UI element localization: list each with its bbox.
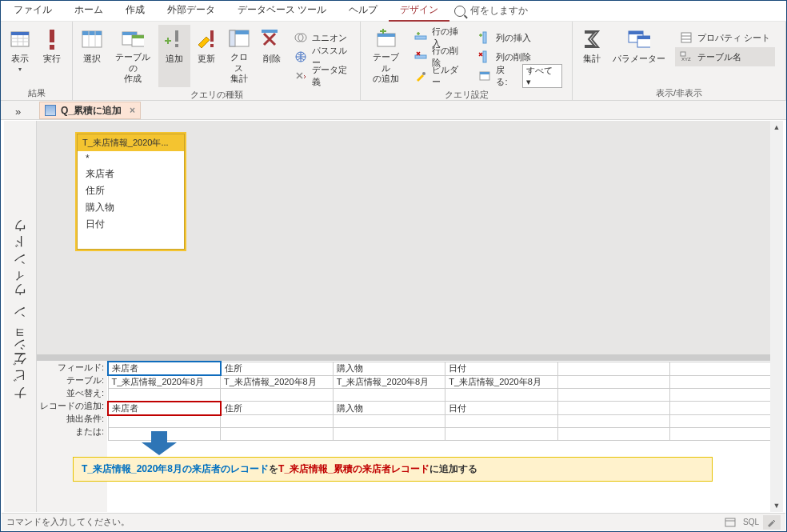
- deleterow-icon: [414, 50, 427, 63]
- menu-ファイル[interactable]: ファイル: [2, 0, 63, 22]
- field-item[interactable]: 住所: [78, 182, 184, 199]
- scroll-down-icon[interactable]: ▼: [770, 499, 783, 512]
- params-icon: [628, 28, 650, 50]
- grid-cell[interactable]: 日付: [445, 362, 558, 375]
- field-item[interactable]: *: [78, 151, 184, 166]
- return-select[interactable]: すべて ▾: [522, 64, 562, 88]
- view-button[interactable]: 表示 ▾: [4, 25, 36, 87]
- ribbon-group-querytype: 選択 テーブルの 作成 追加 更新 クロス 集計 削除 ユニオン パススルー デ…: [73, 22, 361, 100]
- close-icon[interactable]: ×: [130, 105, 135, 116]
- vertical-scrollbar[interactable]: ▲▼: [770, 121, 783, 512]
- row-header: テーブル:: [37, 374, 107, 386]
- svg-rect-43: [637, 36, 650, 39]
- run-button[interactable]: 実行: [36, 25, 68, 87]
- grid-cell[interactable]: [333, 389, 445, 402]
- update-button[interactable]: 更新: [190, 25, 222, 87]
- menu-デザイン[interactable]: デザイン: [389, 0, 449, 22]
- grid-cell[interactable]: [557, 389, 670, 402]
- showtable-button[interactable]: テーブル の追加: [364, 25, 408, 87]
- grid-cell[interactable]: [445, 389, 558, 402]
- grid-cell[interactable]: [670, 415, 783, 428]
- navigation-pane-collapsed[interactable]: ナビゲーション ウィンドウ: [4, 121, 37, 512]
- query-tab[interactable]: Q_累積に追加 ×: [39, 102, 141, 119]
- propertysheet-button[interactable]: プロパティ シート: [675, 28, 775, 47]
- grid-cell[interactable]: T_来店情報_2020年8月: [221, 375, 334, 389]
- search-icon: [454, 6, 465, 17]
- dropdown-icon: ▾: [18, 66, 22, 73]
- grid-cell[interactable]: 住所: [221, 362, 334, 375]
- datasheet-icon: [9, 28, 31, 50]
- expand-navpane-icon[interactable]: »: [15, 106, 21, 118]
- grid-cell[interactable]: [670, 402, 783, 415]
- insertcol-icon: [478, 31, 491, 44]
- grid-cell[interactable]: 日付: [445, 402, 558, 415]
- scroll-up-icon[interactable]: ▲: [770, 121, 783, 134]
- field-item[interactable]: 購入物: [78, 199, 184, 216]
- grid-cell[interactable]: 来店者: [108, 362, 221, 375]
- maketable-button[interactable]: テーブルの 作成: [108, 25, 158, 87]
- select-query-button[interactable]: 選択: [76, 25, 108, 87]
- query-icon: [45, 105, 56, 116]
- grid-cell[interactable]: 購入物: [333, 362, 445, 375]
- row-header: フィールド:: [37, 361, 107, 374]
- insertcol-button[interactable]: 列の挿入: [473, 28, 567, 47]
- return-button[interactable]: 戻る:すべて ▾: [473, 66, 567, 86]
- tablenames-button[interactable]: XYZテーブル名: [675, 47, 775, 66]
- view-datasheet-icon[interactable]: [721, 515, 739, 530]
- grid-cell[interactable]: [557, 415, 670, 428]
- datadef-button[interactable]: データ定義: [290, 66, 355, 86]
- field-item[interactable]: 来店者: [78, 166, 184, 182]
- showtable-icon: [375, 28, 397, 49]
- status-bar: コマンドを入力してください。 SQL: [2, 513, 785, 530]
- view-design-icon[interactable]: [763, 515, 781, 530]
- grid-cell[interactable]: [557, 375, 670, 389]
- menu-ホーム[interactable]: ホーム: [63, 0, 114, 22]
- grid-cell[interactable]: 購入物: [333, 402, 445, 415]
- grid-cell[interactable]: [221, 415, 334, 428]
- grid-cell[interactable]: [670, 428, 783, 441]
- grid-cell[interactable]: [670, 362, 783, 375]
- parameters-button[interactable]: パラメーター: [608, 25, 670, 87]
- grid-cell[interactable]: [108, 389, 221, 402]
- table-source-box[interactable]: T_来店情報_2020年... *来店者住所購入物日付: [77, 134, 185, 250]
- svg-rect-24: [230, 30, 235, 46]
- search-placeholder: 何をしますか: [470, 4, 528, 18]
- grid-cell[interactable]: [445, 428, 558, 441]
- grid-cell[interactable]: 来店者: [108, 402, 221, 415]
- grid-cell[interactable]: [108, 415, 221, 428]
- grid-cell[interactable]: [445, 415, 558, 428]
- menu-ヘルプ[interactable]: ヘルプ: [338, 0, 389, 22]
- view-sql-button[interactable]: SQL: [742, 515, 760, 530]
- grid-cell[interactable]: [670, 389, 783, 402]
- grid-cell[interactable]: [221, 389, 334, 402]
- svg-rect-30: [378, 34, 395, 37]
- grid-cell[interactable]: [557, 402, 670, 415]
- field-item[interactable]: 日付: [78, 216, 184, 233]
- grid-cell[interactable]: T_来店情報_2020年8月: [108, 375, 221, 389]
- delete-button[interactable]: 削除: [256, 25, 288, 87]
- menu-作成[interactable]: 作成: [114, 0, 156, 22]
- grid-cell[interactable]: [557, 428, 670, 441]
- menu-データベース ツール[interactable]: データベース ツール: [226, 0, 338, 22]
- grid-cell[interactable]: T_来店情報_2020年8月: [445, 375, 558, 389]
- svg-rect-41: [629, 31, 643, 34]
- grid-cell[interactable]: [670, 375, 783, 389]
- svg-rect-9: [82, 31, 102, 35]
- grid-cell[interactable]: 住所: [221, 402, 334, 415]
- grid-cell[interactable]: [221, 428, 334, 441]
- grid-cell[interactable]: [557, 362, 670, 375]
- svg-rect-1: [11, 32, 29, 35]
- tell-me-search[interactable]: 何をしますか: [454, 4, 528, 18]
- grid-cell[interactable]: [333, 428, 445, 441]
- ribbon-group-querysetup: テーブル の追加 行の挿入 行の削除 ビルダー 列の挿入 列の削除 戻る:すべて…: [361, 22, 573, 100]
- grid-cell[interactable]: [333, 415, 445, 428]
- totals-button[interactable]: 集計: [576, 25, 608, 87]
- menu-外部データ[interactable]: 外部データ: [156, 0, 226, 22]
- append-icon: [163, 28, 186, 50]
- append-button[interactable]: 追加: [158, 25, 190, 87]
- grid-cell[interactable]: T_来店情報_2020年8月: [333, 375, 445, 389]
- builder-button[interactable]: ビルダー: [409, 66, 470, 86]
- table-diagram-area[interactable]: T_来店情報_2020年... *来店者住所購入物日付: [37, 121, 783, 361]
- crosstab-button[interactable]: クロス 集計: [222, 25, 256, 87]
- grid-body[interactable]: 来店者住所購入物日付T_来店情報_2020年8月T_来店情報_2020年8月T_…: [107, 361, 783, 512]
